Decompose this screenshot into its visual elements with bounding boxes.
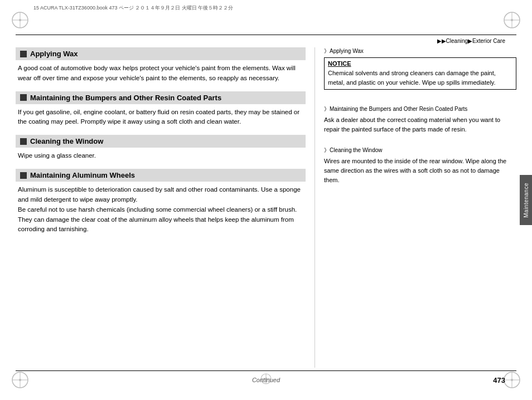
corner-mark-bl xyxy=(10,370,30,390)
file-info: 15 ACURA TLX-31TZ36000.book 473 ページ ２０１４… xyxy=(33,4,233,12)
heading-text-applying-wax: Applying Wax xyxy=(30,50,78,58)
bottom-rule xyxy=(16,370,516,371)
right-section-applying-wax: 》Applying Wax NOTICE Chemical solvents a… xyxy=(324,47,516,93)
page-number: 473 xyxy=(493,376,505,384)
right-section-maintaining-bumpers: 》Maintaining the Bumpers and Other Resin… xyxy=(324,105,516,134)
svg-point-3 xyxy=(19,19,21,21)
right-column: 》Applying Wax NOTICE Chemical solvents a… xyxy=(324,47,516,368)
body-maintaining-aluminum: Aluminum is susceptible to deterioration… xyxy=(16,185,306,235)
body-applying-wax: A good coat of automotive body wax helps… xyxy=(16,64,306,84)
corner-mark-tl xyxy=(10,10,30,30)
heading-icon-applying-wax xyxy=(20,51,27,57)
content-area: Applying Wax A good coat of automotive b… xyxy=(16,47,516,368)
notice-body: Chemical solvents and strong cleaners ca… xyxy=(328,69,512,87)
column-divider xyxy=(315,47,315,368)
svg-point-7 xyxy=(511,19,513,21)
svg-point-11 xyxy=(19,379,21,381)
corner-mark-tr xyxy=(502,10,522,30)
right-title-maintaining-bumpers: 》Maintaining the Bumpers and Other Resin… xyxy=(324,105,516,113)
heading-text-cleaning-window: Cleaning the Window xyxy=(30,137,103,145)
section-applying-wax: Applying Wax A good coat of automotive b… xyxy=(16,47,306,84)
heading-text-maintaining-bumpers: Maintaining the Bumpers and Other Resin … xyxy=(30,94,221,102)
notice-box-applying-wax: NOTICE Chemical solvents and strong clea… xyxy=(324,57,516,90)
heading-icon-maintaining-aluminum xyxy=(20,172,27,179)
heading-icon-cleaning-window xyxy=(20,138,27,145)
body-maintaining-bumpers: If you get gasoline, oil, engine coolant… xyxy=(16,108,306,128)
side-tab-label: Maintenance xyxy=(523,183,529,218)
section-cleaning-window: Cleaning the Window Wipe using a glass c… xyxy=(16,135,306,161)
breadcrumb: ▶▶Cleaning▶Exterior Care xyxy=(437,38,505,44)
svg-point-15 xyxy=(511,379,513,381)
side-tab: Maintenance xyxy=(520,175,532,225)
notice-label: NOTICE xyxy=(328,60,512,67)
heading-maintaining-aluminum: Maintaining Aluminum Wheels xyxy=(16,169,306,182)
heading-applying-wax: Applying Wax xyxy=(16,47,306,60)
top-rule xyxy=(16,35,516,35)
right-title-cleaning-window: 》Cleaning the Window xyxy=(324,147,516,154)
right-section-cleaning-window: 》Cleaning the Window Wires are mounted t… xyxy=(324,147,516,185)
heading-text-maintaining-aluminum: Maintaining Aluminum Wheels xyxy=(30,171,135,179)
heading-cleaning-window: Cleaning the Window xyxy=(16,135,306,148)
right-body-cleaning-window: Wires are mounted to the inside of the r… xyxy=(324,157,516,185)
heading-maintaining-bumpers: Maintaining the Bumpers and Other Resin … xyxy=(16,91,306,104)
left-column: Applying Wax A good coat of automotive b… xyxy=(16,47,306,368)
section-maintaining-bumpers: Maintaining the Bumpers and Other Resin … xyxy=(16,91,306,128)
body-cleaning-window: Wipe using a glass cleaner. xyxy=(16,151,306,161)
continued-label: Continued xyxy=(252,377,280,383)
right-body-maintaining-bumpers: Ask a dealer about the correct coating m… xyxy=(324,115,516,134)
section-maintaining-aluminum: Maintaining Aluminum Wheels Aluminum is … xyxy=(16,169,306,235)
heading-icon-maintaining-bumpers xyxy=(20,94,27,101)
right-title-applying-wax: 》Applying Wax xyxy=(324,47,516,55)
